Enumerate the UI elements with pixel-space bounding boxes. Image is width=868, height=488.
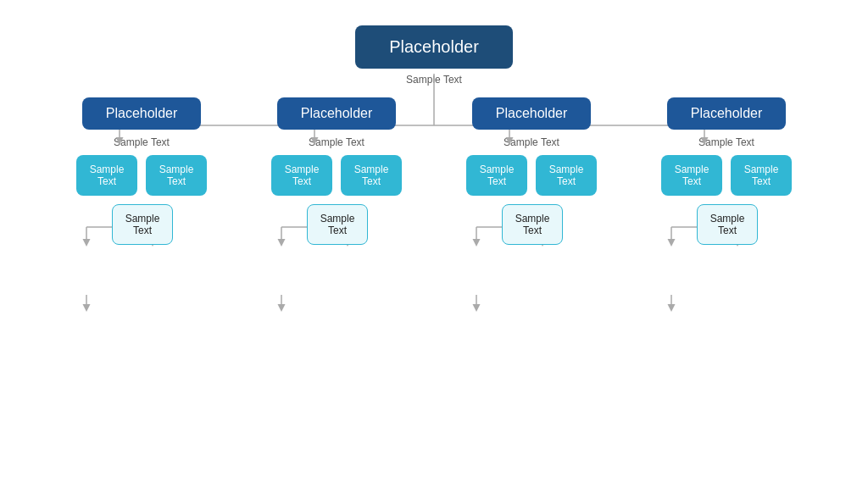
level2-box-4-1[interactable]: Sample Text [661,155,722,196]
level1-col-1: Placeholder Sample Text Sample Text Samp… [44,97,239,245]
level2-label-4-1: Sample Text [668,164,715,187]
level1-box-4[interactable]: Placeholder [667,97,786,130]
level2-row-3: Sample Text Sample Text [466,155,597,196]
level2-box-4-2[interactable]: Sample Text [731,155,792,196]
level1-node-2: Placeholder Sample Text [277,97,396,148]
level2-label-3-1: Sample Text [473,164,520,187]
level2-box-2-1[interactable]: Sample Text [271,155,332,196]
level2-label-2-2: Sample Text [348,164,395,187]
level1-sublabel-3: Sample Text [504,136,559,148]
diagram-container: Placeholder Sample Text Placeholder Samp… [0,0,868,488]
level2-label-2-1: Sample Text [278,164,326,187]
root-section: Placeholder Sample Text [355,25,513,86]
level2-row-4: Sample Text Sample Text [661,155,792,196]
level1-sublabel-4: Sample Text [698,136,754,148]
level3-container-3: Sample Text [500,204,563,245]
level3-box-1[interactable]: Sample Text [112,204,173,245]
level2-row-1: Sample Text Sample Text [76,155,207,196]
root-node[interactable]: Placeholder [355,25,513,69]
level3-box-4[interactable]: Sample Text [697,204,758,245]
level1-box-1[interactable]: Placeholder [82,97,201,130]
level3-container-4: Sample Text [695,204,758,245]
level2-row-2: Sample Text Sample Text [271,155,402,196]
level1-col-2: Placeholder Sample Text Sample Text Samp… [239,97,434,245]
level1-sublabel-1: Sample Text [114,136,170,148]
level2-box-3-2[interactable]: Sample Text [536,155,597,196]
level1-sublabel-2: Sample Text [309,136,364,148]
level2-label-4-2: Sample Text [737,164,785,187]
level3-box-3[interactable]: Sample Text [502,204,563,245]
level3-container-1: Sample Text [110,204,173,245]
level1-node-4: Placeholder Sample Text [667,97,786,148]
level3-label-3: Sample Text [509,213,555,236]
level1-label-4: Placeholder [691,106,763,120]
level1-col-3: Placeholder Sample Text Sample Text Samp… [434,97,629,245]
level1-label-2: Placeholder [301,106,373,120]
level3-container-2: Sample Text [305,204,368,245]
level3-label-1: Sample Text [120,213,165,236]
level3-label-2: Sample Text [314,213,360,236]
root-sublabel: Sample Text [406,74,462,86]
level1-box-3[interactable]: Placeholder [472,97,591,130]
level1-label-1: Placeholder [106,106,178,120]
level2-box-1-2[interactable]: Sample Text [146,155,207,196]
level2-box-3-1[interactable]: Sample Text [466,155,527,196]
level2-label-1-1: Sample Text [83,164,131,187]
level1-box-2[interactable]: Placeholder [277,97,396,130]
level1-col-4: Placeholder Sample Text Sample Text Samp… [629,97,824,245]
level2-label-1-2: Sample Text [153,164,200,187]
level3-label-4: Sample Text [704,213,750,236]
level1-node-1: Placeholder Sample Text [82,97,201,148]
level3-box-2[interactable]: Sample Text [307,204,368,245]
level2-box-1-1[interactable]: Sample Text [76,155,137,196]
root-label: Placeholder [389,37,479,56]
level2-label-3-2: Sample Text [542,164,590,187]
level1-label-3: Placeholder [496,106,568,120]
level1-node-3: Placeholder Sample Text [472,97,591,148]
level2-box-2-2[interactable]: Sample Text [341,155,402,196]
level1-wrapper: Placeholder Sample Text Sample Text Samp… [0,97,868,245]
